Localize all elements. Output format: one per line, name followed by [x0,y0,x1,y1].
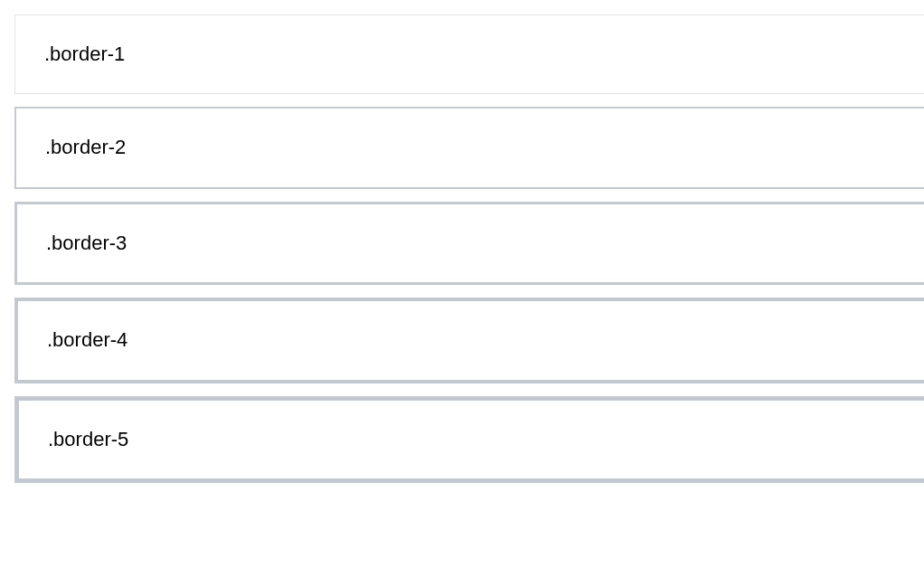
border-3-label: .border-3 [46,232,127,254]
border-5-label: .border-5 [48,428,128,450]
border-1-label: .border-1 [44,43,125,65]
border-3-box: .border-3 [14,202,924,285]
border-4-label: .border-4 [47,328,127,351]
border-2-label: .border-2 [45,136,126,158]
border-1-box: .border-1 [14,14,924,94]
border-4-box: .border-4 [14,298,924,383]
border-example-stack: .border-1 .border-2 .border-3 .border-4 … [14,14,924,483]
border-2-box: .border-2 [14,107,924,188]
border-5-box: .border-5 [14,396,924,483]
